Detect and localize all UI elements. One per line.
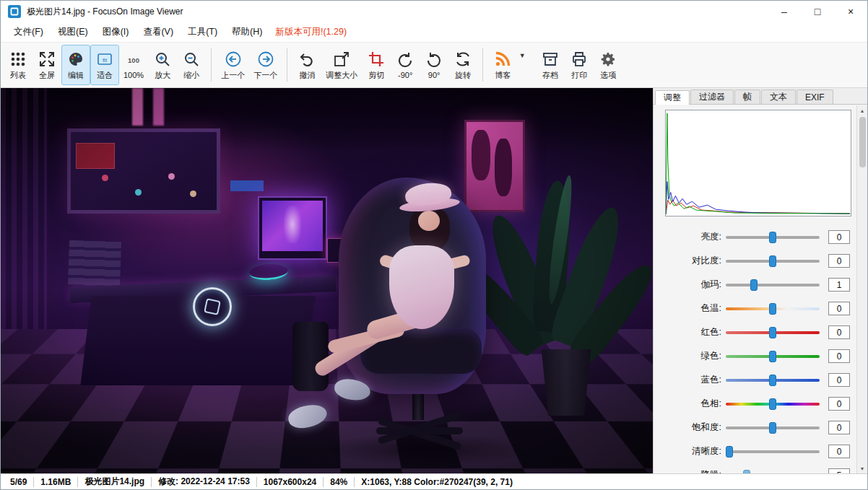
toolbar-archive-button[interactable]: 存档 <box>536 45 565 85</box>
slider-thumb[interactable] <box>769 422 776 434</box>
saturation-value[interactable]: 0 <box>828 421 850 434</box>
photo-content <box>1 88 653 473</box>
menu-image[interactable]: 图像(I) <box>95 26 136 38</box>
status-zoom-level: 84% <box>324 477 354 487</box>
toolbar-rotate-ccw-button[interactable]: -90° <box>391 45 420 85</box>
toolbar-next-button[interactable]: 下一个 <box>249 45 282 85</box>
slider-thumb[interactable] <box>769 375 776 386</box>
toolbar-zoom-100-button[interactable]: 100 100% <box>119 45 148 85</box>
red-value[interactable]: 0 <box>828 325 850 339</box>
green-slider[interactable] <box>726 350 820 363</box>
tab-text[interactable]: 文本 <box>761 89 796 104</box>
sharpness-value[interactable]: 0 <box>828 445 850 458</box>
contrast-slider[interactable] <box>726 255 820 268</box>
menu-view[interactable]: 视图(E) <box>51 26 95 38</box>
slider-thumb[interactable] <box>769 232 776 243</box>
toolbar-label: 适合 <box>97 70 113 81</box>
tab-filters[interactable]: 过滤器 <box>690 89 734 104</box>
panel-scrollbar[interactable]: ▲ ▼ <box>856 105 867 473</box>
panel-tabs: 调整 过滤器 帧 文本 EXIF <box>654 88 867 105</box>
toolbar-options-button[interactable]: 选项 <box>594 45 622 85</box>
hue-value[interactable]: 0 <box>828 397 850 411</box>
toolbar-previous-button[interactable]: 上一个 <box>217 45 249 85</box>
toolbar-blog-button[interactable]: 博客 <box>488 45 517 85</box>
toolbar-label: 90° <box>428 71 440 79</box>
chevron-down-icon: ▼ <box>519 52 526 59</box>
window-controls: – □ × <box>768 1 867 22</box>
slider-thumb[interactable] <box>769 255 776 267</box>
gamma-slider[interactable] <box>726 279 820 292</box>
menu-help[interactable]: 帮助(H) <box>225 26 269 38</box>
status-image-index: 5/69 <box>4 477 33 487</box>
slider-thumb[interactable] <box>769 303 776 315</box>
printer-icon <box>570 50 589 69</box>
slider-track <box>726 450 820 453</box>
slider-label: 清晰度: <box>654 445 726 458</box>
toolbar-resize-button[interactable]: 调整大小 <box>321 45 362 85</box>
red-slider[interactable] <box>726 326 820 339</box>
toolbar-label: 打印 <box>571 70 587 81</box>
slider-thumb[interactable] <box>726 446 733 458</box>
fit-icon: fit <box>95 50 114 69</box>
toolbar-crop-button[interactable]: 剪切 <box>362 45 391 85</box>
blue-value[interactable]: 0 <box>828 373 850 387</box>
scroll-up-icon[interactable]: ▲ <box>857 105 867 115</box>
toolbar-undo-button[interactable]: 撤消 <box>292 45 321 85</box>
toolbar: 列表 全屏 编辑 fit 适合 100 100% 放大 缩小 上一个 <box>1 42 867 88</box>
crop-icon <box>367 50 386 69</box>
slider-thumb[interactable] <box>743 470 750 474</box>
hue-slider[interactable] <box>726 398 820 411</box>
blue-slider[interactable] <box>726 374 820 387</box>
maximize-button[interactable]: □ <box>801 1 834 22</box>
menu-tools[interactable]: 工具(T) <box>181 26 225 38</box>
denoise-value[interactable]: 5 <box>828 468 850 473</box>
toolbar-rotate-button[interactable]: 旋转 <box>448 45 477 85</box>
sharpness-slider[interactable] <box>726 445 820 458</box>
brightness-slider[interactable] <box>726 231 820 244</box>
slider-row-saturation: 饱和度: 0 <box>654 416 867 439</box>
slider-thumb[interactable] <box>750 279 758 291</box>
toolbar-print-button[interactable]: 打印 <box>565 45 594 85</box>
gamma-value[interactable]: 1 <box>828 278 850 292</box>
toolbar-separator <box>211 48 212 82</box>
saturation-slider[interactable] <box>726 421 820 434</box>
brightness-value[interactable]: 0 <box>828 230 850 244</box>
toolbar-zoom-out-button[interactable]: 缩小 <box>177 45 206 85</box>
toolbar-label: 列表 <box>10 70 26 81</box>
toolbar-fullscreen-button[interactable]: 全屏 <box>32 45 61 85</box>
toolbar-edit-button[interactable]: 编辑 <box>61 45 90 85</box>
toolbar-label: 100% <box>123 71 144 79</box>
menu-file[interactable]: 文件(F) <box>6 26 51 38</box>
tab-exif[interactable]: EXIF <box>797 89 833 104</box>
temperature-slider[interactable] <box>726 302 820 315</box>
menu-look[interactable]: 查看(V) <box>136 26 181 38</box>
scroll-down-icon[interactable]: ▼ <box>857 463 867 473</box>
close-button[interactable]: × <box>834 1 867 22</box>
temperature-value[interactable]: 0 <box>828 302 850 315</box>
tab-adjust[interactable]: 调整 <box>655 90 690 105</box>
minimize-button[interactable]: – <box>768 1 801 22</box>
image-canvas[interactable] <box>1 88 653 473</box>
green-value[interactable]: 0 <box>828 349 850 363</box>
denoise-slider[interactable] <box>726 469 820 474</box>
toolbar-zoom-in-button[interactable]: 放大 <box>148 45 177 85</box>
scene-vignette <box>1 88 653 473</box>
status-file-size: 1.16MB <box>34 477 77 487</box>
slider-row-contrast: 对比度: 0 <box>654 249 867 273</box>
status-cursor-color: X:1063, Y:88 Color:#270247(39, 2, 71) <box>355 477 519 487</box>
slider-label: 色相: <box>654 398 726 410</box>
slider-thumb[interactable] <box>769 327 776 338</box>
contrast-value[interactable]: 0 <box>828 254 850 268</box>
slider-thumb[interactable] <box>769 351 776 362</box>
toolbar-fit-button[interactable]: fit 适合 <box>90 45 119 85</box>
statusbar: 5/69 1.16MB 极光图片14.jpg 修改: 2022-12-24 17… <box>1 473 867 489</box>
scrollbar-thumb[interactable] <box>859 117 866 167</box>
blog-dropdown-button[interactable]: ▼ <box>517 45 527 85</box>
toolbar-rotate-cw-button[interactable]: 90° <box>420 45 448 85</box>
slider-label: 降噪: <box>654 469 726 473</box>
update-notice-link[interactable]: 新版本可用!(1.29) <box>269 26 352 38</box>
tab-frame[interactable]: 帧 <box>734 89 760 104</box>
toolbar-list-button[interactable]: 列表 <box>4 45 32 85</box>
rotate-cw-icon <box>425 51 443 69</box>
slider-thumb[interactable] <box>769 398 776 410</box>
